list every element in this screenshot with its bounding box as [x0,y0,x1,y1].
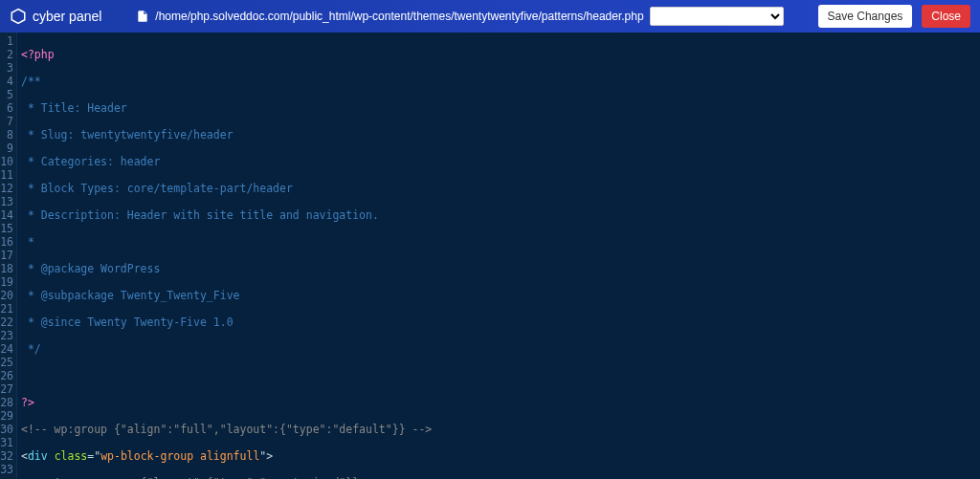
html-comment: <!-- wp:group {"align":"full","layout":{… [21,423,432,436]
file-dropdown[interactable] [650,7,784,26]
line-number: 29 [0,409,13,423]
file-path: /home/php.solveddoc.com/public_html/wp-c… [155,10,643,23]
line-number: 8 [0,128,13,142]
code-editor[interactable]: 1234567891011121314151617181920212223242… [0,33,980,479]
line-number: 23 [0,329,13,342]
line-number: 4 [0,75,13,88]
line-number: 3 [0,61,13,75]
line-number: 7 [0,115,13,128]
line-number: 28 [0,396,13,409]
line-number: 20 [0,289,13,302]
svg-marker-0 [11,10,25,24]
comment: * Block Types: core/template-part/header [21,182,293,195]
comment: * @since Twenty Twenty-Five 1.0 [21,316,234,329]
line-number: 16 [0,235,13,249]
comment: */ [21,342,41,356]
line-number: 17 [0,249,13,262]
comment: * @package WordPress [21,262,160,275]
logo-text: cyber panel [33,9,101,24]
line-number: 11 [0,168,13,182]
line-number: 26 [0,369,13,382]
comment: * Categories: header [21,155,160,168]
line-number: 14 [0,208,13,222]
line-number: 9 [0,142,13,155]
comment: * Title: Header [21,101,127,115]
line-number: 19 [0,275,13,289]
php-close: ?> [21,396,34,409]
line-number: 5 [0,88,13,101]
line-number: 27 [0,382,13,396]
comment: * Description: Header with site title an… [21,208,379,222]
line-number: 25 [0,356,13,369]
file-path-area: /home/php.solveddoc.com/public_html/wp-c… [111,7,808,26]
top-bar: cyber panel /home/php.solveddoc.com/publ… [0,0,980,33]
line-number: 18 [0,262,13,275]
line-number: 22 [0,316,13,329]
line-number: 31 [0,436,13,449]
comment: /** [21,75,41,88]
line-gutter: 1234567891011121314151617181920212223242… [0,33,17,479]
line-number: 6 [0,101,13,115]
line-number: 12 [0,182,13,195]
comment: * @subpackage Twenty_Twenty_Five [21,289,239,302]
line-number: 30 [0,423,13,436]
line-number: 33 [0,463,13,476]
line-number: 2 [0,48,13,61]
line-number: 32 [0,449,13,463]
comment: * Slug: twentytwentyfive/header [21,128,234,142]
comment: * [21,235,34,249]
file-icon [136,10,149,23]
php-open: <?php [21,48,55,61]
logo: cyber panel [10,8,101,25]
code-area[interactable]: <?php /** * Title: Header * Slug: twenty… [17,33,980,479]
line-number: 1 [0,34,13,48]
line-number: 10 [0,155,13,168]
line-number: 24 [0,342,13,356]
line-number: 15 [0,222,13,235]
save-button[interactable]: Save Changes [818,5,913,28]
close-button[interactable]: Close [922,5,970,28]
line-number: 13 [0,195,13,208]
line-number: 21 [0,302,13,316]
hexagon-icon [10,8,27,25]
